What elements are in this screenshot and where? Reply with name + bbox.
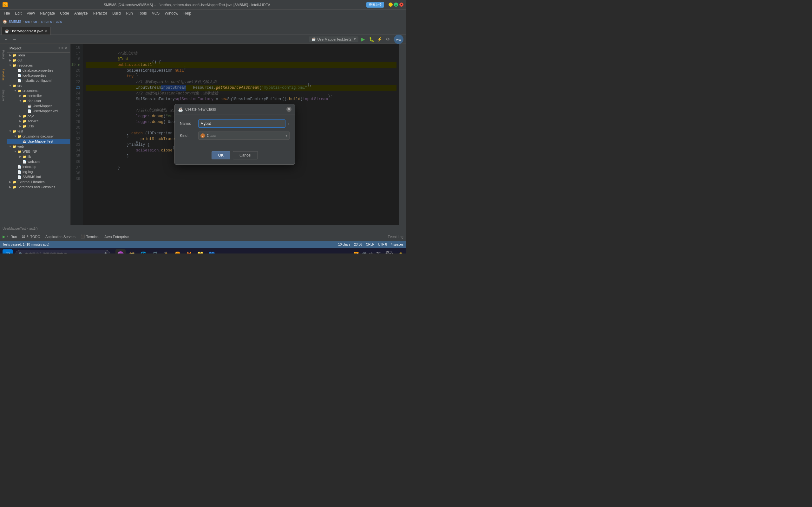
terminal-tab[interactable]: ⬛ Terminal	[81, 234, 100, 239]
tree-usermapper[interactable]: ☕ UserMapper	[7, 103, 70, 108]
tree-utils[interactable]: ▶ 📁 utils	[7, 124, 70, 129]
tree-smbmsiml[interactable]: 📄 SMBMS.iml	[7, 174, 70, 179]
menu-run[interactable]: Run	[123, 10, 136, 16]
menu-build[interactable]: Build	[110, 10, 123, 16]
run-config-selector[interactable]: ☕ UserMapperTest.test2 ▾	[309, 37, 358, 42]
menu-tools[interactable]: Tools	[136, 10, 149, 16]
menu-window[interactable]: Window	[162, 10, 181, 16]
panel-settings-button[interactable]: ≡	[61, 46, 63, 50]
dialog-close-button[interactable]: ✕	[287, 107, 292, 112]
tree-service[interactable]: ▶ 📁 service	[7, 118, 70, 124]
tree-lib[interactable]: ▶ 📁 lib	[7, 154, 70, 159]
taskbar-app-fox[interactable]: 🦊	[184, 249, 194, 254]
breadcrumb-src[interactable]: src	[25, 20, 30, 23]
taskbar-app-qq[interactable]: 🐧	[161, 249, 171, 254]
taskbar-app-files[interactable]: 📁	[127, 249, 137, 254]
breadcrumb-cn[interactable]: cn	[33, 20, 37, 23]
tree-webxml[interactable]: 📄 web.xml	[7, 159, 70, 164]
side-tab-structure[interactable]: Structure	[1, 86, 6, 105]
panel-collapse-button[interactable]: ⊕	[57, 46, 60, 50]
start-button[interactable]: ⊞	[3, 249, 13, 254]
close-button[interactable]: ✕	[399, 3, 403, 7]
breadcrumb-smbms2[interactable]: smbms	[41, 20, 52, 23]
editor-area[interactable]: 16 17 18 19 ▶ 20 21 22 23 24 25 26 27 28…	[70, 44, 399, 225]
tree-web[interactable]: ▼ 📁 web	[7, 144, 70, 149]
tab-close-button[interactable]: ✕	[45, 29, 47, 33]
taskbar-app-orange[interactable]: 🟠	[172, 249, 183, 254]
tree-controller[interactable]: ▶ 📁 controller	[7, 93, 70, 98]
tree-log4j[interactable]: 📄 log4j.properties	[7, 73, 70, 78]
tree-idea[interactable]: ▶ 📁 .idea	[7, 53, 70, 58]
taskbar: ⊞ 🔍 在这里输入你要搜索的内容 🎤 🟣 📁 🌐 🎵 🐧 🟠 🦊 💛 💙 📶 🔊…	[0, 248, 406, 253]
todo-tab[interactable]: ☑ 6: TODO	[22, 234, 40, 239]
tree-cn-smbms[interactable]: ▼ 📁 cn.smbms	[7, 88, 70, 93]
volume-icon[interactable]: 🔊	[361, 252, 367, 254]
tree-src[interactable]: ▼ 📁 src	[7, 83, 70, 88]
keyboard-icon[interactable]: 英	[376, 251, 380, 254]
dialog-ok-button[interactable]: OK	[212, 151, 230, 159]
tree-loglog[interactable]: 📄 log.log	[7, 169, 70, 174]
javaenterprise-tab[interactable]: Java Enterprise	[104, 235, 129, 239]
breadcrumb-utils[interactable]: utils	[56, 20, 62, 23]
appservers-tab[interactable]: Application Servers	[45, 235, 75, 239]
dialog-kind-select[interactable]: C Class ▾	[198, 131, 290, 140]
menu-refactor[interactable]: Refactor	[90, 10, 110, 16]
dialog-name-input[interactable]	[198, 119, 286, 128]
tree-out[interactable]: ▶ 📁 out	[7, 58, 70, 63]
menu-help[interactable]: Help	[181, 10, 194, 16]
taskbar-app-intellij[interactable]: 🟣	[115, 249, 125, 254]
tree-usermapper-xml[interactable]: 📄 UserMapper.xml	[7, 108, 70, 113]
menu-file[interactable]: File	[1, 10, 12, 16]
tree-cn-smbms-dao-user[interactable]: ▼ 📁 cn,.smbms.dao.user	[7, 134, 70, 139]
select-dropdown-icon: ▾	[286, 133, 287, 138]
network-icon[interactable]: 📶	[353, 252, 359, 254]
avatar[interactable]: ww	[394, 35, 403, 44]
run-tab[interactable]: ▶ 4: Run	[3, 234, 17, 239]
tree-dao-user[interactable]: ▼ 📁 dao.user	[7, 98, 70, 103]
menu-vcs[interactable]: VCS	[149, 10, 162, 16]
taskbar-app-blue[interactable]: 💙	[207, 249, 217, 254]
taskbar-app-media[interactable]: 🎵	[150, 249, 160, 254]
debug-button[interactable]: 🐛	[368, 36, 375, 43]
panel-close-button[interactable]: ✕	[65, 46, 67, 50]
breadcrumb-smbms[interactable]: SMBMS	[9, 20, 21, 23]
taskbar-app-yellow[interactable]: 💛	[195, 249, 206, 254]
microphone-icon[interactable]: 🎤	[102, 252, 107, 253]
menu-edit[interactable]: Edit	[12, 10, 24, 16]
menu-view[interactable]: View	[24, 10, 38, 16]
menu-code[interactable]: Code	[57, 10, 72, 16]
minimize-button[interactable]: ─	[389, 3, 393, 7]
coverage-button[interactable]: ⚡	[376, 36, 383, 43]
event-log-label: Event Log	[388, 235, 403, 239]
tree-external-libs[interactable]: ▶ 📁 External Libraries	[7, 179, 70, 184]
tree-usermappertest[interactable]: ☕ UserMapperTest	[7, 139, 70, 144]
side-tab-favorites[interactable]: Favorites	[1, 65, 6, 84]
upload-button[interactable]: 拖拽上传	[366, 2, 384, 8]
event-log[interactable]: Event Log	[388, 235, 403, 239]
time-display[interactable]: 19:30 2020/3/3	[383, 250, 396, 254]
taskbar-search[interactable]: 🔍 在这里输入你要搜索的内容 🎤	[15, 250, 110, 254]
tree-webinf[interactable]: ▼ 📁 WEB-INF	[7, 149, 70, 154]
dialog-sort-icon[interactable]: ↕	[288, 122, 290, 125]
settings-button[interactable]: ⚙	[385, 36, 392, 43]
tree-resources[interactable]: ▼ 📁 resources	[7, 63, 70, 68]
menu-navigate[interactable]: Navigate	[38, 10, 57, 16]
notification-icon[interactable]: 🔔	[398, 252, 403, 254]
tree-mybatis-config[interactable]: 📄 mybatis-config.xml	[7, 78, 70, 83]
tree-test[interactable]: ▼ 📁 test	[7, 129, 70, 134]
input-icon[interactable]: 中	[369, 251, 374, 254]
run-button[interactable]: ▶	[360, 36, 367, 43]
menu-analyze[interactable]: Analyze	[72, 10, 90, 16]
tree-indexjsp[interactable]: 📄 index.jsp	[7, 164, 70, 169]
tab-usermappertest[interactable]: ☕ UserMapperTest.java ✕	[1, 27, 51, 35]
tree-database-properties[interactable]: 📄 database.properties	[7, 68, 70, 73]
side-tab-project[interactable]: Project	[1, 45, 6, 64]
dialog-kind-label: Kind:	[180, 133, 196, 138]
taskbar-app-browser[interactable]: 🌐	[138, 249, 148, 254]
tree-scratches[interactable]: ▶ 📁 Scratches and Consoles	[7, 184, 70, 189]
dialog-cancel-button[interactable]: Cancel	[233, 151, 258, 159]
maximize-button[interactable]: □	[394, 3, 398, 7]
tree-pojo[interactable]: ▶ 📁 pojo	[7, 113, 70, 118]
toolbar-back-button[interactable]: ←	[3, 36, 9, 43]
toolbar-forward-button[interactable]: →	[11, 36, 18, 43]
